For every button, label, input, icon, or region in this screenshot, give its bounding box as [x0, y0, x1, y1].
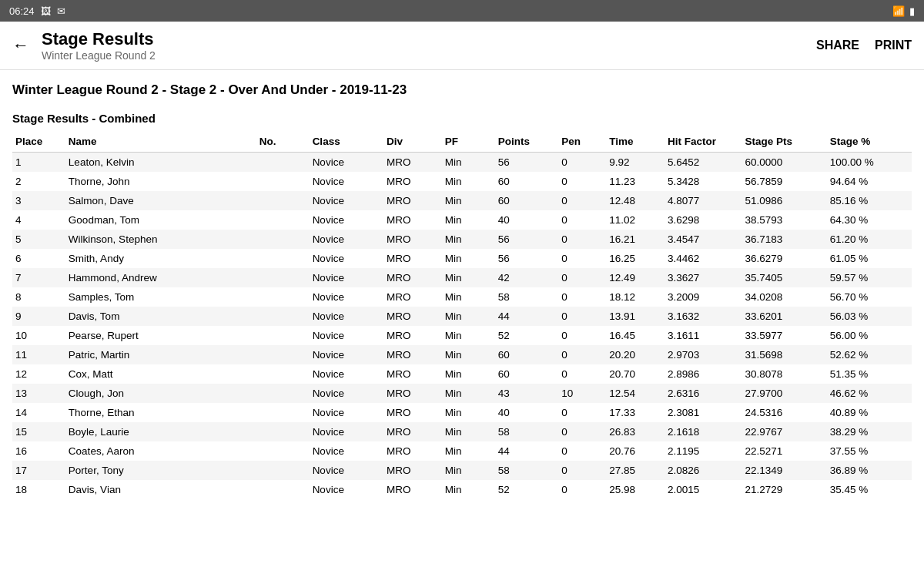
- back-button[interactable]: ←: [12, 35, 29, 55]
- cell-pen: 0: [558, 191, 606, 210]
- cell-stagePts: 30.8078: [742, 364, 827, 384]
- cell-hf: 5.3428: [665, 172, 742, 191]
- table-row: 7Hammond, AndrewNoviceMROMin42012.493.36…: [12, 268, 912, 287]
- cell-pf: Min: [442, 268, 495, 287]
- table-row: 13Clough, JonNoviceMROMin431012.542.6316…: [12, 384, 912, 403]
- table-row: 10Pearse, RupertNoviceMROMin52016.453.16…: [12, 326, 912, 345]
- results-table: Place Name No. Class Div PF Points Pen T…: [12, 131, 912, 499]
- cell-pen: 0: [558, 364, 606, 384]
- cell-pen: 0: [558, 230, 606, 249]
- cell-name: Davis, Tom: [65, 307, 256, 326]
- cell-no: [256, 249, 310, 268]
- cell-name: Wilkinson, Stephen: [65, 230, 256, 249]
- cell-pen: 0: [558, 461, 606, 480]
- cell-points: 44: [495, 307, 559, 326]
- table-row: 1Leaton, KelvinNoviceMROMin5609.925.6452…: [12, 153, 912, 173]
- cell-class: Novice: [310, 210, 383, 230]
- cell-pen: 0: [558, 172, 606, 191]
- table-row: 5Wilkinson, StephenNoviceMROMin56016.213…: [12, 230, 912, 249]
- cell-points: 56: [495, 230, 559, 249]
- cell-pf: Min: [442, 153, 495, 173]
- cell-no: [256, 210, 310, 230]
- content: Winter League Round 2 - Stage 2 - Over A…: [0, 70, 924, 512]
- cell-pf: Min: [442, 172, 495, 191]
- table-row: 8Samples, TomNoviceMROMin58018.123.20093…: [12, 287, 912, 307]
- cell-hf: 3.4547: [665, 230, 742, 249]
- cell-pf: Min: [442, 307, 495, 326]
- cell-no: [256, 441, 310, 461]
- cell-class: Novice: [310, 403, 383, 422]
- cell-stagePts: 35.7405: [742, 268, 827, 287]
- cell-no: [256, 153, 310, 173]
- battery-icon: ▮: [909, 5, 915, 17]
- page-title: Winter League Round 2 - Stage 2 - Over A…: [12, 82, 912, 98]
- cell-hf: 2.3081: [665, 403, 742, 422]
- cell-pen: 0: [558, 210, 606, 230]
- col-header-time: Time: [606, 131, 665, 153]
- cell-name: Hammond, Andrew: [65, 268, 256, 287]
- cell-no: [256, 268, 310, 287]
- cell-place: 6: [12, 249, 65, 268]
- cell-time: 12.49: [606, 268, 665, 287]
- cell-div: MRO: [383, 191, 442, 210]
- cell-class: Novice: [310, 441, 383, 461]
- cell-name: Samples, Tom: [65, 287, 256, 307]
- cell-pf: Min: [442, 249, 495, 268]
- cell-hf: 3.3627: [665, 268, 742, 287]
- cell-place: 1: [12, 153, 65, 173]
- status-bar-right: 📶 ▮: [892, 5, 915, 17]
- cell-stagePct: 100.00 %: [827, 153, 912, 173]
- table-header-row: Place Name No. Class Div PF Points Pen T…: [12, 131, 912, 153]
- cell-no: [256, 461, 310, 480]
- cell-time: 20.20: [606, 345, 665, 364]
- cell-stagePts: 36.6279: [742, 249, 827, 268]
- cell-pf: Min: [442, 422, 495, 441]
- cell-stagePct: 52.62 %: [827, 345, 912, 364]
- cell-points: 52: [495, 480, 559, 499]
- cell-class: Novice: [310, 461, 383, 480]
- cell-div: MRO: [383, 153, 442, 173]
- cell-place: 10: [12, 326, 65, 345]
- app-title: Stage Results: [42, 29, 156, 49]
- cell-hf: 2.0826: [665, 461, 742, 480]
- cell-class: Novice: [310, 364, 383, 384]
- cell-time: 16.45: [606, 326, 665, 345]
- cell-class: Novice: [310, 384, 383, 403]
- cell-time: 12.54: [606, 384, 665, 403]
- cell-pen: 0: [558, 403, 606, 422]
- print-button[interactable]: PRINT: [875, 39, 912, 52]
- col-header-name: Name: [65, 131, 256, 153]
- cell-place: 18: [12, 480, 65, 499]
- cell-hf: 2.1195: [665, 441, 742, 461]
- cell-time: 9.92: [606, 153, 665, 173]
- cell-class: Novice: [310, 230, 383, 249]
- cell-div: MRO: [383, 441, 442, 461]
- cell-div: MRO: [383, 364, 442, 384]
- app-bar-title: Stage Results Winter League Round 2: [42, 29, 156, 62]
- cell-place: 17: [12, 461, 65, 480]
- cell-pen: 0: [558, 287, 606, 307]
- app-bar-left: ← Stage Results Winter League Round 2: [12, 29, 156, 62]
- cell-points: 40: [495, 403, 559, 422]
- status-bar-left: 06:24 🖼 ✉: [9, 5, 65, 17]
- mail-icon: ✉: [57, 5, 65, 17]
- cell-points: 58: [495, 422, 559, 441]
- cell-pf: Min: [442, 364, 495, 384]
- cell-pf: Min: [442, 403, 495, 422]
- cell-div: MRO: [383, 422, 442, 441]
- cell-pf: Min: [442, 287, 495, 307]
- cell-pf: Min: [442, 480, 495, 499]
- cell-class: Novice: [310, 307, 383, 326]
- table-row: 11Patric, MartinNoviceMROMin60020.202.97…: [12, 345, 912, 364]
- share-button[interactable]: SHARE: [816, 39, 859, 52]
- cell-pen: 0: [558, 307, 606, 326]
- cell-div: MRO: [383, 384, 442, 403]
- cell-stagePct: 35.45 %: [827, 480, 912, 499]
- cell-hf: 2.0015: [665, 480, 742, 499]
- cell-stagePts: 33.6201: [742, 307, 827, 326]
- cell-points: 44: [495, 441, 559, 461]
- col-header-class: Class: [310, 131, 383, 153]
- cell-points: 58: [495, 461, 559, 480]
- cell-name: Leaton, Kelvin: [65, 153, 256, 173]
- cell-pf: Min: [442, 384, 495, 403]
